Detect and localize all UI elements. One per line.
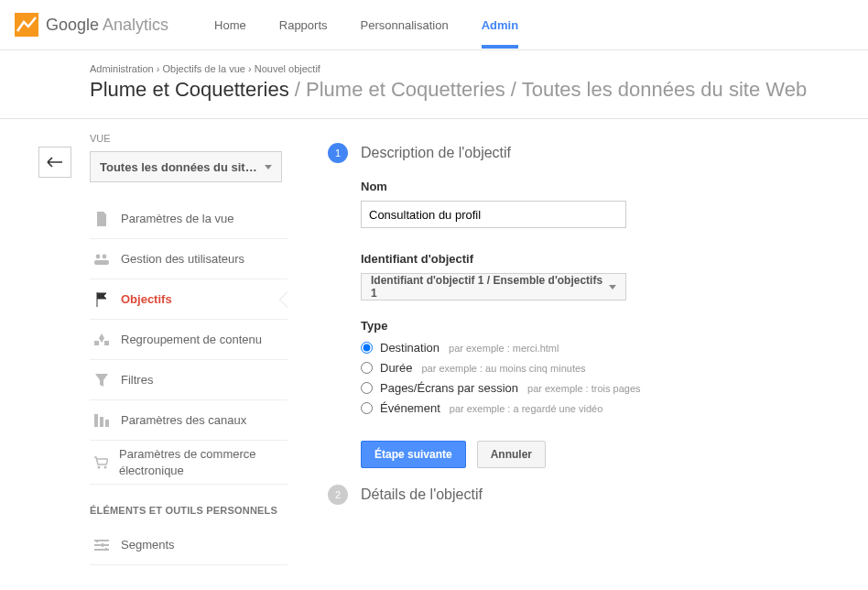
type-event-hint: par exemple : a regardé une vidéo <box>450 403 603 414</box>
nav-home[interactable]: Home <box>214 2 246 49</box>
svg-rect-13 <box>102 543 103 547</box>
chevron-down-icon <box>609 285 616 290</box>
step-badge-2: 2 <box>328 485 348 505</box>
main-nav: Home Rapports Personnalisation Admin <box>214 2 518 49</box>
back-arrow-icon <box>47 157 63 168</box>
type-event-label: Événement <box>380 401 440 415</box>
svg-point-8 <box>104 465 107 468</box>
sidebar-item-channel-settings[interactable]: Paramètres des canaux <box>90 400 288 441</box>
next-step-button[interactable]: Étape suivante <box>361 441 466 468</box>
filter-icon <box>93 374 110 387</box>
button-row: Étape suivante Annuler <box>361 441 850 468</box>
title-sep1: / <box>295 78 306 101</box>
type-duration-radio[interactable] <box>361 362 373 374</box>
top-header: Google Analytics Home Rapports Personnal… <box>0 0 868 50</box>
ga-logo-icon <box>15 13 38 37</box>
back-button[interactable] <box>38 147 71 178</box>
sidebar-item-ecommerce[interactable]: Paramètres de commerce électronique <box>90 441 288 485</box>
view-select[interactable]: Toutes les données du sit… <box>90 151 282 182</box>
sidebar-item-segments[interactable]: Segments <box>90 525 288 565</box>
svg-point-1 <box>96 254 101 258</box>
goal-id-select[interactable]: Identifiant d'objectif 1 / Ensemble d'ob… <box>361 273 626 300</box>
type-event-row[interactable]: Événement par exemple : a regardé une vi… <box>361 400 850 415</box>
step1-header: 1 Description de l'objectif <box>328 143 850 163</box>
type-destination-row[interactable]: Destination par exemple : merci.html <box>361 340 850 355</box>
step2-title: Détails de l'objectif <box>361 486 483 503</box>
sidebar-view-label: VUE <box>90 133 288 144</box>
title-property: Plume et Coquetteries <box>306 78 505 101</box>
type-pages-label: Pages/Écrans par session <box>380 381 518 395</box>
type-duration-label: Durée <box>380 361 412 375</box>
group-icon <box>93 333 110 346</box>
sidebar-item-label: Gestion des utilisateurs <box>121 252 244 266</box>
svg-point-2 <box>103 254 107 258</box>
sidebar-item-label: Paramètres de la vue <box>121 212 234 225</box>
sidebar-section-head: ÉLÉMENTS ET OUTILS PERSONNELS <box>90 505 288 516</box>
title-sep2: / <box>511 78 522 101</box>
type-destination-hint: par exemple : merci.html <box>449 343 559 354</box>
nav-customization[interactable]: Personnalisation <box>361 2 449 49</box>
view-select-text: Toutes les données du sit… <box>100 160 257 174</box>
cancel-button[interactable]: Annuler <box>477 441 546 468</box>
users-icon <box>93 254 110 265</box>
svg-point-7 <box>98 465 101 468</box>
svg-rect-5 <box>100 417 103 427</box>
sidebar: VUE Toutes les données du sit… Paramètre… <box>90 119 288 565</box>
breadcrumb: Administration › Objectifs de la vue › N… <box>90 63 868 74</box>
goal-name-input[interactable] <box>361 201 626 228</box>
type-destination-label: Destination <box>380 341 439 355</box>
logo-analytics-text: Analytics <box>103 16 168 35</box>
nav-admin[interactable]: Admin <box>482 2 518 49</box>
goal-id-select-text: Identifiant d'objectif 1 / Ensemble d'ob… <box>371 274 609 300</box>
name-label: Nom <box>361 180 850 193</box>
type-pages-row[interactable]: Pages/Écrans par session par exemple : t… <box>361 380 850 395</box>
logo-block[interactable]: Google Analytics <box>15 13 168 37</box>
sidebar-item-goals[interactable]: Objectifs <box>90 279 288 320</box>
flag-icon <box>93 292 110 307</box>
segments-icon <box>93 540 110 551</box>
sidebar-personal-list: Segments <box>90 525 288 565</box>
svg-rect-4 <box>94 414 98 427</box>
chevron-down-icon <box>265 165 272 169</box>
sidebar-item-label: Paramètres de commerce électronique <box>119 446 288 478</box>
nav-reports[interactable]: Rapports <box>279 2 328 49</box>
type-duration-hint: par exemple : au moins cinq minutes <box>421 363 585 374</box>
breadcrumb-title-block: Administration › Objectifs de la vue › N… <box>0 50 868 119</box>
type-destination-radio[interactable] <box>361 342 373 354</box>
step1-title: Description de l'objectif <box>361 145 511 161</box>
type-event-radio[interactable] <box>361 402 373 414</box>
svg-rect-3 <box>94 260 109 265</box>
type-duration-row[interactable]: Durée par exemple : au moins cinq minute… <box>361 360 850 375</box>
sidebar-item-user-mgmt[interactable]: Gestion des utilisateurs <box>90 239 288 279</box>
title-view: Toutes les données du site Web <box>522 78 807 101</box>
sidebar-item-label: Filtres <box>121 373 153 387</box>
main-content: 1 Description de l'objectif Nom Identifi… <box>288 119 868 565</box>
goal-form: Nom Identifiant d'objectif Identifiant d… <box>328 180 850 468</box>
file-icon <box>93 212 110 226</box>
sidebar-item-label: Objectifs <box>121 292 172 306</box>
logo-google-text: Google <box>46 16 99 35</box>
svg-rect-6 <box>105 420 109 427</box>
svg-rect-14 <box>105 548 107 551</box>
channels-icon <box>93 414 110 427</box>
sidebar-item-view-settings[interactable]: Paramètres de la vue <box>90 199 288 239</box>
sidebar-list: Paramètres de la vue Gestion des utilisa… <box>90 199 288 485</box>
step2-header: 2 Détails de l'objectif <box>328 485 850 505</box>
goalid-label: Identifiant d'objectif <box>361 252 850 266</box>
title-account: Plume et Coquetteries <box>90 78 289 101</box>
sidebar-item-content-group[interactable]: Regroupement de contenu <box>90 320 288 360</box>
page-title: Plume et Coquetteries / Plume et Coquett… <box>90 78 868 102</box>
svg-rect-12 <box>96 540 98 542</box>
sidebar-item-label: Regroupement de contenu <box>121 333 262 346</box>
type-pages-hint: par exemple : trois pages <box>527 383 641 394</box>
sidebar-item-label: Paramètres des canaux <box>121 413 246 427</box>
sidebar-item-filters[interactable]: Filtres <box>90 360 288 400</box>
step-badge-1: 1 <box>328 143 348 163</box>
body-wrap: VUE Toutes les données du sit… Paramètre… <box>0 119 868 565</box>
type-pages-radio[interactable] <box>361 382 373 394</box>
type-label: Type <box>361 319 850 333</box>
sidebar-item-label: Segments <box>121 538 175 552</box>
cart-icon <box>93 456 108 469</box>
